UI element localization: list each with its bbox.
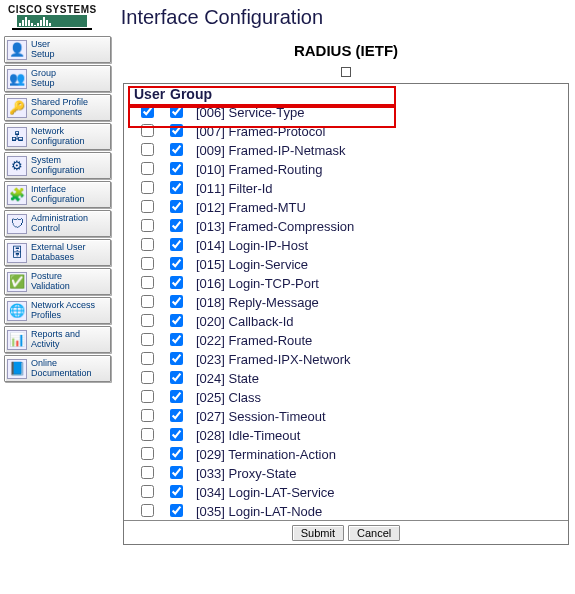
user-checkbox[interactable] (141, 181, 154, 194)
user-checkbox[interactable] (141, 371, 154, 384)
table-row: [010] Framed-Routing (124, 160, 568, 179)
sidebar-item-5[interactable]: 🧩Interface Configuration (4, 181, 111, 208)
group-checkbox[interactable] (170, 333, 183, 346)
sidebar-label-3: Network Configuration (31, 127, 85, 146)
table-row: [024] State (124, 369, 568, 388)
group-checkbox[interactable] (170, 181, 183, 194)
sidebar-label-5: Interface Configuration (31, 185, 85, 204)
table-row: [029] Termination-Action (124, 445, 568, 464)
user-checkbox[interactable] (141, 333, 154, 346)
user-checkbox[interactable] (141, 485, 154, 498)
sidebar-item-0[interactable]: 👤User Setup (4, 36, 111, 63)
sidebar-item-3[interactable]: 🖧Network Configuration (4, 123, 111, 150)
group-checkbox[interactable] (170, 428, 183, 441)
table-row: [028] Idle-Timeout (124, 426, 568, 445)
attribute-label: [018] Reply-Message (196, 295, 319, 310)
group-checkbox[interactable] (170, 352, 183, 365)
group-checkbox[interactable] (170, 447, 183, 460)
user-checkbox[interactable] (141, 219, 154, 232)
submit-button[interactable]: Submit (292, 525, 344, 541)
group-checkbox[interactable] (170, 314, 183, 327)
sidebar-item-8[interactable]: ✅Posture Validation (4, 268, 111, 295)
sidebar-label-7: External User Databases (31, 243, 86, 262)
group-checkbox[interactable] (170, 371, 183, 384)
column-header-user: User (124, 84, 170, 103)
sidebar-item-2[interactable]: 🔑Shared Profile Components (4, 94, 111, 121)
table-row: [035] Login-LAT-Node (124, 502, 568, 521)
sidebar-item-1[interactable]: 👥Group Setup (4, 65, 111, 92)
group-checkbox[interactable] (170, 485, 183, 498)
sidebar-item-11[interactable]: 📘Online Documentation (4, 355, 111, 382)
user-checkbox[interactable] (141, 124, 154, 137)
user-checkbox[interactable] (141, 466, 154, 479)
group-checkbox[interactable] (170, 504, 183, 517)
group-checkbox[interactable] (170, 276, 183, 289)
group-checkbox[interactable] (170, 124, 183, 137)
attribute-label: [007] Framed-Protocol (196, 124, 325, 139)
user-checkbox[interactable] (141, 257, 154, 270)
table-row: [020] Callback-Id (124, 312, 568, 331)
attribute-label: [022] Framed-Route (196, 333, 312, 348)
attribute-label: [029] Termination-Action (196, 447, 336, 462)
attribute-label: [023] Framed-IPX-Network (196, 352, 351, 367)
sidebar-item-6[interactable]: 🛡Administration Control (4, 210, 111, 237)
collapse-icon[interactable] (341, 67, 351, 77)
user-checkbox[interactable] (141, 143, 154, 156)
group-checkbox[interactable] (170, 162, 183, 175)
group-checkbox[interactable] (170, 409, 183, 422)
sidebar-item-4[interactable]: ⚙System Configuration (4, 152, 111, 179)
user-checkbox[interactable] (141, 162, 154, 175)
attribute-label: [020] Callback-Id (196, 314, 294, 329)
table-row: [012] Framed-MTU (124, 198, 568, 217)
section-title: RADIUS (IETF) (123, 42, 569, 59)
group-checkbox[interactable] (170, 219, 183, 232)
sidebar-item-9[interactable]: 🌐Network Access Profiles (4, 297, 111, 324)
attribute-label: [016] Login-TCP-Port (196, 276, 319, 291)
table-row: [013] Framed-Compression (124, 217, 568, 236)
user-checkbox[interactable] (141, 295, 154, 308)
table-row: [025] Class (124, 388, 568, 407)
user-checkbox[interactable] (141, 314, 154, 327)
group-checkbox[interactable] (170, 257, 183, 270)
sidebar-icon-1: 👥 (7, 69, 27, 89)
sidebar-item-10[interactable]: 📊Reports and Activity (4, 326, 111, 353)
group-checkbox[interactable] (170, 295, 183, 308)
user-checkbox[interactable] (141, 238, 154, 251)
group-checkbox[interactable] (170, 105, 183, 118)
table-row: [033] Proxy-State (124, 464, 568, 483)
user-checkbox[interactable] (141, 447, 154, 460)
table-row: [027] Session-Timeout (124, 407, 568, 426)
attribute-label: [013] Framed-Compression (196, 219, 354, 234)
sidebar-label-4: System Configuration (31, 156, 85, 175)
table-row: [006] Service-Type (124, 103, 568, 122)
user-checkbox[interactable] (141, 428, 154, 441)
sidebar-icon-4: ⚙ (7, 156, 27, 176)
attribute-label: [034] Login-LAT-Service (196, 485, 335, 500)
table-row: [011] Filter-Id (124, 179, 568, 198)
page-title: Interface Configuration (121, 6, 323, 29)
user-checkbox[interactable] (141, 409, 154, 422)
user-checkbox[interactable] (141, 105, 154, 118)
group-checkbox[interactable] (170, 238, 183, 251)
attribute-label: [027] Session-Timeout (196, 409, 326, 424)
table-row: [016] Login-TCP-Port (124, 274, 568, 293)
user-checkbox[interactable] (141, 276, 154, 289)
sidebar-icon-5: 🧩 (7, 185, 27, 205)
user-checkbox[interactable] (141, 390, 154, 403)
sidebar-item-7[interactable]: 🗄External User Databases (4, 239, 111, 266)
group-checkbox[interactable] (170, 466, 183, 479)
attribute-label: [035] Login-LAT-Node (196, 504, 322, 519)
group-checkbox[interactable] (170, 143, 183, 156)
group-checkbox[interactable] (170, 200, 183, 213)
sidebar-icon-9: 🌐 (7, 301, 27, 321)
sidebar-icon-11: 📘 (7, 359, 27, 379)
attribute-label: [011] Filter-Id (196, 181, 273, 196)
group-checkbox[interactable] (170, 390, 183, 403)
user-checkbox[interactable] (141, 200, 154, 213)
user-checkbox[interactable] (141, 504, 154, 517)
sidebar-icon-3: 🖧 (7, 127, 27, 147)
attributes-table: User Group [006] Service-Type[007] Frame… (124, 84, 568, 540)
cancel-button[interactable]: Cancel (348, 525, 400, 541)
attribute-label: [015] Login-Service (196, 257, 308, 272)
user-checkbox[interactable] (141, 352, 154, 365)
